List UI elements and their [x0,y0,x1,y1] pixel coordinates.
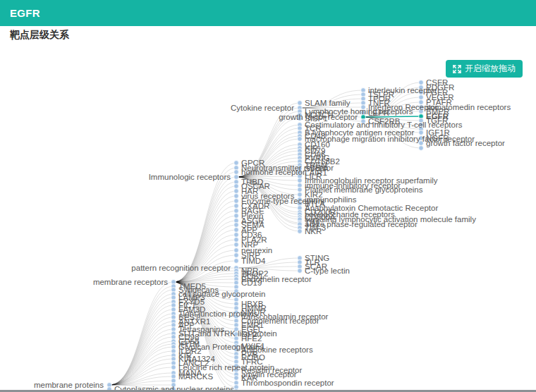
tree-node-label: pattern recognition receptor [131,264,231,272]
tree-node-label: CSF2RB [368,117,401,125]
tree-node[interactable] [234,238,239,243]
tree-node-label: CD19 [241,278,262,287]
tree-node-label: growth factor receptor [279,113,358,121]
tree-node[interactable] [107,387,112,392]
tree-node-label: SLAM family [305,99,351,107]
tree-node[interactable] [234,376,239,381]
tree-node-label: Cytokine receptor [231,104,294,112]
tree-node[interactable] [234,389,239,392]
tree-node[interactable] [234,175,239,180]
tree-node[interactable] [234,214,239,219]
tree-link [109,302,173,385]
section-title: 靶点层级关系 [10,29,69,42]
tree-node[interactable] [171,365,176,370]
tree-node-label: MARCKS [178,372,214,381]
tree-node[interactable] [419,80,424,85]
tree-node[interactable] [234,170,239,175]
tree-node[interactable] [234,209,239,214]
tree-node[interactable] [234,233,239,238]
tree-node[interactable] [234,184,239,189]
tree-node-label: membrane proteins [34,381,104,389]
tree-node[interactable] [298,101,303,106]
tree-node[interactable] [298,229,303,234]
tree-node[interactable] [234,228,239,233]
tree-node[interactable] [234,259,239,264]
tree-node-label: Cytoplasmic and nuclear proteins [114,385,234,392]
tree-node[interactable] [419,146,424,151]
hierarchy-tree[interactable]: membrane proteinsCytoplasmic and nuclear… [0,0,536,392]
tree-node-label: hormone receptor [241,168,305,176]
tree-node[interactable] [234,161,239,166]
expand-arrows-icon [453,65,461,73]
tree-node-label: membrane receptors [93,278,168,286]
tree-node-label: growth factor receptor [426,139,505,147]
tree-node[interactable] [298,188,303,192]
tree-node-label: TIMD4 [241,257,266,265]
tree-node-label: TFRC [241,357,263,366]
tree-node-label: Immunologic receptors [149,173,231,181]
enable-zoom-drag-label: 开启缩放拖动 [465,63,516,75]
hierarchy-tree-svg[interactable]: membrane proteinsCytoplasmic and nuclear… [0,0,536,392]
tree-node[interactable] [234,248,239,253]
tree-node[interactable] [234,243,239,247]
tree-node[interactable] [298,269,303,274]
tree-node-label: Thrombospondin receptor [241,379,334,387]
tree-node[interactable] [234,204,239,209]
page-title: EGFR [10,7,40,19]
tree-node[interactable] [298,178,303,183]
tree-link [109,290,173,385]
app-header: EGFR [0,0,536,26]
tree-node[interactable] [419,95,424,100]
tree-node[interactable] [234,194,239,199]
tree-node[interactable] [234,223,239,228]
tree-node-label: NKR [305,227,322,235]
tree-node[interactable] [234,189,239,194]
tree-node[interactable] [234,199,239,204]
tree-node-label: C-type lectin [305,267,350,275]
tree-node[interactable] [298,137,303,142]
tree-node[interactable] [234,253,239,258]
tree-node-label: LEPR [368,109,389,117]
tree-node-label: TGFR [426,116,448,125]
tree-link [109,294,173,385]
enable-zoom-drag-button[interactable]: 开启缩放拖动 [446,60,523,78]
tree-link [109,305,173,385]
